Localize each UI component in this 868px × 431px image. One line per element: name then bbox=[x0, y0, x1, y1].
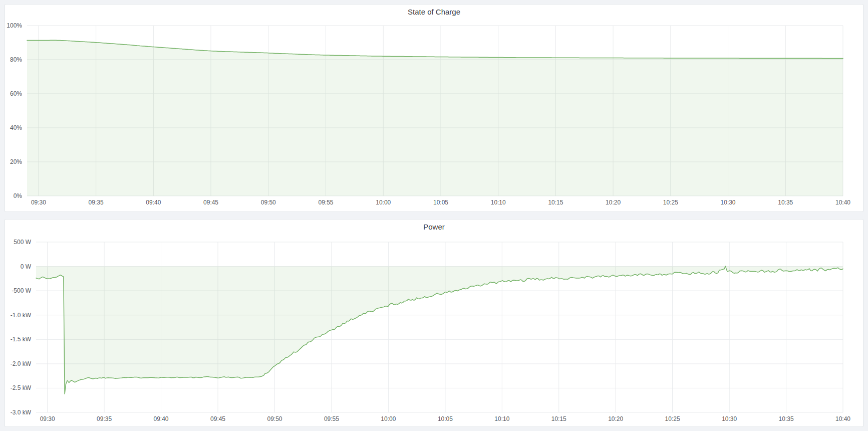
x-axis-tick-label: 09:30 bbox=[40, 415, 55, 422]
x-axis-tick-label: 09:35 bbox=[97, 415, 112, 422]
y-axis-tick-label: -1.0 kW bbox=[11, 312, 32, 319]
x-axis-tick-label: 09:45 bbox=[210, 415, 225, 422]
x-axis-tick-label: 10:20 bbox=[606, 199, 621, 206]
x-axis-tick-label: 10:10 bbox=[491, 199, 506, 206]
x-axis-tick-label: 09:50 bbox=[267, 415, 282, 422]
x-axis-tick-label: 09:40 bbox=[154, 415, 169, 422]
y-axis-tick-label: 80% bbox=[10, 56, 22, 63]
x-axis-tick-label: 10:15 bbox=[548, 199, 563, 206]
y-axis-tick-label: -3.0 kW bbox=[11, 409, 32, 416]
x-axis-tick-label: 10:35 bbox=[779, 415, 794, 422]
x-axis-tick-label: 10:15 bbox=[551, 415, 566, 422]
panel-title-state-of-charge[interactable]: State of Charge bbox=[5, 7, 863, 18]
x-axis-tick-label: 10:10 bbox=[494, 415, 509, 422]
x-axis-tick-label: 10:40 bbox=[835, 415, 850, 422]
y-axis-tick-label: 0 W bbox=[21, 263, 32, 270]
x-axis-tick-label: 09:55 bbox=[319, 199, 334, 206]
y-axis-tick-label: 60% bbox=[10, 90, 22, 97]
x-axis-tick-label: 10:35 bbox=[778, 199, 793, 206]
y-axis-tick-label: 20% bbox=[10, 158, 22, 165]
y-axis-tick-label: -500 W bbox=[12, 287, 31, 294]
y-axis-tick-label: 100% bbox=[7, 22, 22, 29]
x-axis-tick-label: 10:20 bbox=[608, 415, 623, 422]
x-axis-tick-label: 10:05 bbox=[433, 199, 448, 206]
state-of-charge-plot[interactable]: 100%80%60%40%20%0%09:3009:3509:4009:4509… bbox=[5, 5, 863, 211]
series-fill bbox=[36, 266, 843, 394]
y-axis-tick-label: -1.5 kW bbox=[11, 336, 32, 343]
y-axis-tick-label: -2.5 kW bbox=[11, 384, 32, 391]
panel-state-of-charge: State of Charge 100%80%60%40%20%0%09:300… bbox=[5, 4, 863, 212]
x-axis-tick-label: 10:40 bbox=[835, 199, 850, 206]
dashboard: State of Charge 100%80%60%40%20%0%09:300… bbox=[0, 0, 868, 431]
x-axis-tick-label: 10:05 bbox=[438, 415, 453, 422]
panel-title-power[interactable]: Power bbox=[5, 222, 863, 233]
x-axis-tick-label: 10:30 bbox=[722, 415, 737, 422]
x-axis-tick-label: 10:25 bbox=[663, 199, 678, 206]
series-fill bbox=[27, 40, 843, 196]
y-axis-tick-label: 0% bbox=[14, 192, 23, 199]
x-axis-tick-label: 09:30 bbox=[31, 199, 46, 206]
x-axis-tick-label: 09:45 bbox=[203, 199, 218, 206]
x-axis-tick-label: 09:40 bbox=[146, 199, 161, 206]
power-plot[interactable]: 500 W0 W-500 W-1.0 kW-1.5 kW-2.0 kW-2.5 … bbox=[5, 220, 863, 426]
x-axis-tick-label: 10:00 bbox=[381, 415, 396, 422]
x-axis-tick-label: 09:50 bbox=[261, 199, 276, 206]
x-axis-tick-label: 09:55 bbox=[324, 415, 339, 422]
panel-power: Power 500 W0 W-500 W-1.0 kW-1.5 kW-2.0 k… bbox=[5, 219, 863, 427]
x-axis-tick-label: 10:00 bbox=[376, 199, 391, 206]
x-axis-tick-label: 10:30 bbox=[721, 199, 736, 206]
y-axis-tick-label: 500 W bbox=[14, 239, 31, 246]
y-axis-tick-label: 40% bbox=[10, 124, 22, 131]
y-axis-tick-label: -2.0 kW bbox=[11, 360, 32, 367]
x-axis-tick-label: 10:25 bbox=[665, 415, 680, 422]
x-axis-tick-label: 09:35 bbox=[89, 199, 104, 206]
